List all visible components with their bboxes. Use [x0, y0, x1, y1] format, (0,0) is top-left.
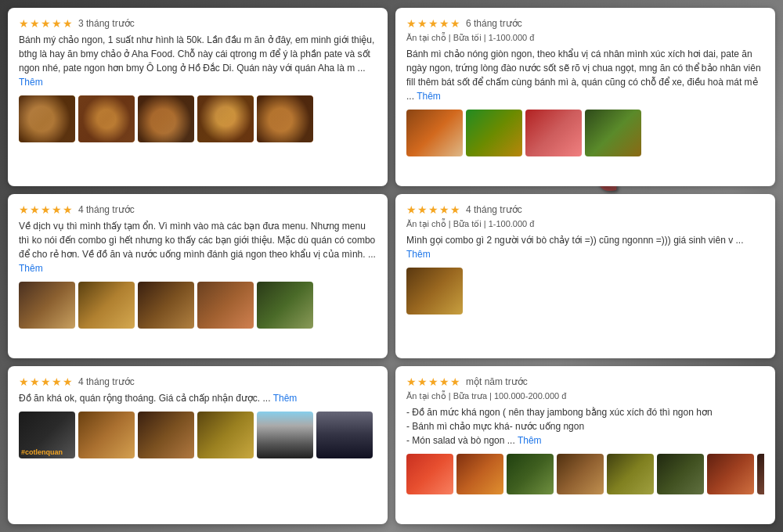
review-3-photo-2[interactable] [78, 282, 135, 329]
review-3-stars: ★★★★★ [19, 203, 74, 216]
review-5-text: Đồ ăn khá ok, quán rộng thoáng. Giá cả c… [19, 391, 377, 405]
review-4-time: 4 tháng trước [466, 204, 522, 215]
review-5-photos: #cotlenquan [19, 412, 377, 458]
review-5-photo-5[interactable] [257, 412, 313, 458]
review-card-2: ★★★★★ 6 tháng trước Ăn tại chỗ | Bữa tối… [395, 8, 775, 186]
review-3-photo-4[interactable] [197, 282, 254, 329]
review-6-photo-1[interactable] [406, 454, 453, 494]
review-1-photo-3[interactable] [138, 95, 194, 142]
review-1-photo-4[interactable] [197, 95, 254, 142]
review-card-3: ★★★★★ 4 tháng trước Về dịch vụ thì mình … [8, 194, 388, 358]
review-6-photo-7[interactable] [707, 454, 754, 494]
review-2-photo-4[interactable] [585, 110, 641, 156]
review-5-stars: ★★★★★ [19, 376, 74, 388]
review-6-photo-2[interactable] [456, 454, 503, 494]
review-3-photos [19, 282, 377, 329]
review-1-text: Bánh mý chảo ngon, 1 suất như hình là 50… [19, 33, 377, 89]
review-5-photo-1[interactable]: #cotlenquan [19, 412, 75, 458]
review-3-text: Về dịch vụ thì mình thấy tạm ổn. Vì mình… [19, 219, 377, 275]
review-6-header: ★★★★★ một năm trước [406, 376, 764, 388]
review-4-photo-1[interactable] [406, 268, 463, 315]
review-6-photo-8[interactable] [757, 454, 764, 494]
review-1-time: 3 tháng trước [78, 18, 135, 29]
review-2-more[interactable]: Thêm [417, 91, 441, 102]
review-5-photo-6[interactable] [316, 412, 373, 458]
review-2-photo-2[interactable] [466, 110, 522, 156]
review-3-photo-5[interactable] [257, 282, 313, 329]
review-1-photo-1[interactable] [19, 95, 75, 142]
review-2-photos [406, 110, 764, 156]
review-1-more[interactable]: Thêm [19, 77, 43, 88]
review-1-photos [19, 95, 377, 142]
review-3-photo-3[interactable] [138, 282, 194, 329]
review-card-4: ★★★★★ 4 tháng trước Ăn tại chỗ | Bữa tối… [395, 194, 775, 358]
review-5-header: ★★★★★ 4 tháng trước [19, 376, 377, 388]
review-6-tags: Ăn tại chỗ | Bữa trưa | 100.000-200.000 … [406, 391, 764, 401]
review-5-more[interactable]: Thêm [273, 393, 298, 404]
review-card-1: ★★★★★ 3 tháng trước Bánh mý chảo ngon, 1… [8, 8, 388, 186]
review-2-tags: Ăn tại chỗ | Bữa tối | 1-100.000 đ [406, 33, 764, 43]
review-card-6: ★★★★★ một năm trước Ăn tại chỗ | Bữa trư… [395, 366, 775, 524]
review-1-header: ★★★★★ 3 tháng trước [19, 17, 377, 30]
review-6-stars: ★★★★★ [406, 376, 461, 388]
review-5-photo-3[interactable] [138, 412, 194, 458]
review-6-more[interactable]: Thêm [518, 435, 542, 446]
review-4-stars: ★★★★★ [406, 203, 461, 216]
review-2-stars: ★★★★★ [406, 17, 461, 30]
review-1-photo-2[interactable] [78, 95, 135, 142]
review-6-text: - Đồ ăn mức khá ngon ( nên thay jambong … [406, 405, 764, 448]
review-5-photo-4[interactable] [197, 412, 254, 458]
review-6-time: một năm trước [466, 376, 528, 387]
review-4-text: Mình gọi combo gì 2 người với bò chảy tớ… [406, 233, 764, 261]
review-2-time: 6 tháng trước [466, 18, 522, 29]
review-6-photo-6[interactable] [657, 454, 704, 494]
review-6-photos: › [406, 454, 764, 494]
review-3-photo-1[interactable] [19, 282, 75, 329]
reviews-grid: ★★★★★ 3 tháng trước Bánh mý chảo ngon, 1… [8, 8, 775, 524]
review-6-photo-3[interactable] [507, 454, 554, 494]
review-card-5: ★★★★★ 4 tháng trước Đồ ăn khá ok, quán r… [8, 366, 388, 524]
review-1-photo-5[interactable] [257, 95, 313, 142]
review-3-more[interactable]: Thêm [19, 263, 43, 274]
review-3-time: 4 tháng trước [78, 204, 135, 215]
review-4-photos [406, 268, 764, 315]
review-4-more[interactable]: Thêm [406, 249, 431, 260]
review-2-text: Bánh mì chảo nóng giòn ngon, theo khẩu v… [406, 47, 764, 103]
review-2-photo-1[interactable] [406, 110, 463, 156]
review-2-header: ★★★★★ 6 tháng trước [406, 17, 764, 30]
review-5-time: 4 tháng trước [78, 376, 135, 387]
review-6-photo-4[interactable] [557, 454, 604, 494]
review-4-header: ★★★★★ 4 tháng trước [406, 203, 764, 216]
review-5-photo-2[interactable] [78, 412, 135, 458]
review-6-photo-5[interactable] [607, 454, 654, 494]
review-2-photo-3[interactable] [525, 110, 582, 156]
review-4-tags: Ăn tại chỗ | Bữa tối | 1-100.000 đ [406, 219, 764, 229]
review-1-stars: ★★★★★ [19, 17, 74, 30]
review-3-header: ★★★★★ 4 tháng trước [19, 203, 377, 216]
